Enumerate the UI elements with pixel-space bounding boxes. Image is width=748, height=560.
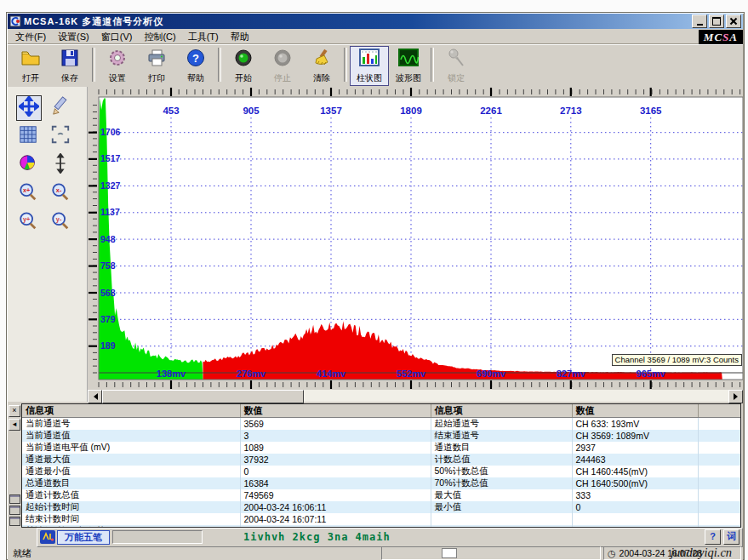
table-cell: 3	[240, 430, 431, 442]
clock-icon: ◷	[608, 548, 616, 559]
menu-item-1[interactable]: 设置(S)	[52, 29, 95, 45]
fit-tool-button[interactable]	[49, 124, 72, 148]
scroll-thumb[interactable]	[102, 390, 304, 403]
toolbar-button-print[interactable]: 打印	[137, 46, 176, 86]
axis-adjust-tool-button[interactable]	[49, 153, 72, 177]
panel-collapse-button[interactable]: ◂	[9, 419, 20, 431]
table-cell	[698, 501, 741, 513]
open-icon	[20, 47, 42, 72]
table-header-4	[698, 404, 741, 418]
ime-word-button[interactable]: 词	[723, 529, 739, 545]
scroll-right-button[interactable]	[728, 390, 743, 403]
toolbar-button-pin[interactable]: 锁定	[437, 46, 476, 86]
table-cell: 通道最小值	[22, 466, 240, 477]
menu-item-4[interactable]: 工具(T)	[182, 29, 225, 45]
table-cell: 起始计数时间	[22, 501, 240, 513]
ime-logo-icon[interactable]	[40, 530, 55, 544]
ime-input-area[interactable]	[112, 530, 203, 544]
dock-icon-3[interactable]	[9, 517, 20, 526]
maximize-button[interactable]	[709, 14, 724, 28]
toolbar-separator	[431, 48, 434, 82]
svg-text:905: 905	[243, 106, 260, 116]
close-button[interactable]	[726, 14, 741, 28]
dock-icon-1[interactable]	[9, 494, 20, 504]
zoom-y-out-tool-icon: y-	[50, 211, 71, 235]
ime-bar: 万能五笔 1ivhvh 2kcg 3na 4maih ? 词	[8, 528, 743, 546]
svg-text:1809: 1809	[400, 106, 422, 116]
scroll-left-button[interactable]	[88, 390, 102, 403]
app-window: MCSA-16K 多通道信号分析仪 文件(F)设置(S)窗口(V)控制(C)工具…	[6, 12, 745, 560]
table-cell: 1089	[240, 442, 431, 454]
table-cell: 最小值	[431, 501, 572, 513]
table-cell	[698, 513, 741, 525]
toolbar-button-stop[interactable]: 停止	[263, 46, 302, 86]
scroll-left-icon	[90, 393, 98, 400]
grid-tool-button[interactable]	[16, 124, 40, 148]
zoom-y-in-tool-button[interactable]: y+	[16, 211, 40, 235]
table-header-2: 信息项	[431, 404, 572, 418]
watermark: jundayiqi.cn	[671, 546, 732, 560]
toolbar-button-help[interactable]: ?帮助	[176, 46, 215, 86]
svg-text:276mv: 276mv	[237, 369, 266, 379]
menu-item-0[interactable]: 文件(F)	[9, 29, 52, 45]
pie-tool-button[interactable]	[16, 153, 40, 177]
panel-strip: × ◂	[8, 403, 21, 528]
pencil-tool-button[interactable]	[49, 95, 72, 119]
toolbar-button-histogram[interactable]: 柱状图	[350, 46, 389, 86]
table-cell: 最大值	[431, 489, 572, 501]
menu-item-3[interactable]: 控制(C)	[138, 29, 181, 45]
table-header-3: 数值	[572, 404, 698, 418]
toolbar-button-label: 打开	[22, 72, 39, 84]
menu-item-5[interactable]: 帮助	[225, 29, 255, 45]
svg-text:1706: 1706	[100, 127, 121, 137]
table-cell: 749569	[240, 489, 431, 501]
zoom-y-out-tool-button[interactable]: y-	[49, 211, 72, 235]
toolbar-button-label: 清除	[313, 72, 330, 84]
pie-tool-icon	[18, 153, 38, 177]
table-cell: 当前通道电平值 (mV)	[22, 442, 240, 454]
svg-text:189: 189	[100, 340, 116, 351]
titlebar[interactable]: MCSA-16K 多通道信号分析仪	[8, 14, 743, 29]
toolbar-button-settings[interactable]: 设置	[98, 46, 137, 86]
zoom-x-in-tool-button[interactable]: x+	[16, 182, 40, 206]
scroll-track[interactable]	[304, 390, 728, 402]
svg-text:1327: 1327	[100, 180, 121, 191]
ime-name-button[interactable]: 万能五笔	[57, 530, 110, 545]
toolbar-button-waveform[interactable]: 波形图	[389, 46, 428, 86]
screen: MCSA-16K 多通道信号分析仪 文件(F)设置(S)窗口(V)控制(C)工具…	[0, 0, 748, 560]
toolbar-button-label: 打印	[148, 72, 165, 84]
minimize-button[interactable]	[692, 14, 707, 28]
info-panel: × ◂ 信息项数值信息项数值 当前通道号3569起始通道号CH 633: 193…	[8, 402, 743, 528]
table-cell: 通道最大值	[22, 454, 240, 466]
zoom-x-out-tool-button[interactable]: x-	[49, 182, 72, 206]
table-row-7: 起始计数时间2004-03-24 16:06:11最小值0	[22, 501, 741, 513]
svg-text:x+: x+	[23, 186, 31, 194]
help-icon: ?	[185, 47, 207, 72]
svg-text:?: ?	[192, 52, 199, 65]
ime-help-button[interactable]: ?	[705, 529, 721, 545]
zoom-x-in-tool-icon: x+	[18, 182, 38, 206]
dock-icon-2[interactable]	[9, 506, 20, 515]
table-cell	[431, 513, 572, 525]
toolbar-button-save[interactable]: 保存	[50, 46, 89, 86]
horizontal-scrollbar[interactable]	[88, 390, 743, 402]
toolbar-button-clear[interactable]: 清除	[302, 46, 341, 86]
chart-svg[interactable]: 45390513571809226127133165138mv276mv414m…	[88, 87, 743, 390]
svg-text:3165: 3165	[640, 106, 662, 116]
toolbar-separator	[218, 48, 221, 82]
svg-text:758: 758	[100, 260, 116, 271]
toolbar-separator	[344, 48, 347, 82]
table-header-row: 信息项数值信息项数值	[22, 404, 741, 418]
menu-item-2[interactable]: 窗口(V)	[95, 29, 139, 45]
toolbar-button-start[interactable]: 开始	[224, 46, 263, 86]
toolbar-button-label: 保存	[61, 72, 78, 84]
panel-close-button[interactable]: ×	[9, 405, 20, 417]
chart-tooltip: Channel 3569 / 1089 mV:3 Counts	[612, 354, 742, 366]
ime-candidates[interactable]: 1ivhvh 2kcg 3na 4maih	[243, 531, 391, 543]
svg-text:965mv: 965mv	[637, 369, 666, 379]
pan-tool-button[interactable]	[16, 95, 42, 121]
table-cell: 2004-03-24 16:07:11	[240, 513, 431, 525]
table-cell: 当前通道值	[22, 430, 240, 442]
table-cell	[698, 466, 741, 477]
toolbar-button-open[interactable]: 打开	[11, 46, 50, 86]
